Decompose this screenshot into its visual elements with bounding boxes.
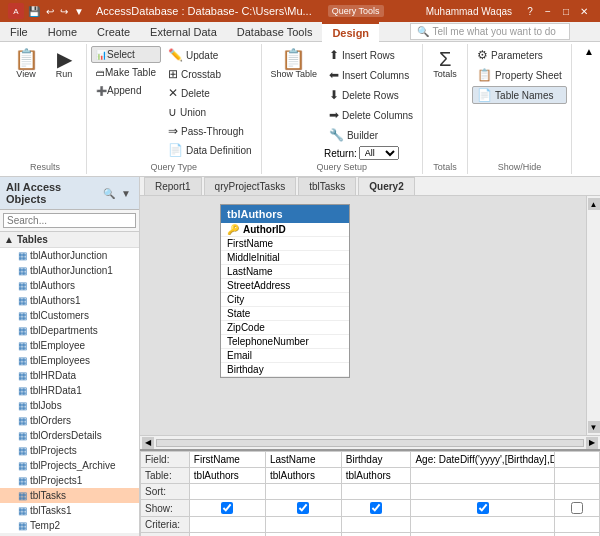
maximize-button[interactable]: □ bbox=[558, 3, 574, 19]
show-table-button[interactable]: 📋 Show Table bbox=[266, 46, 322, 82]
query-tab-0[interactable]: Report1 bbox=[144, 177, 202, 195]
table-item-12[interactable]: ▦tblOrdersDetails bbox=[0, 428, 139, 443]
table-item-4[interactable]: ▦tblCustomers bbox=[0, 308, 139, 323]
help-button[interactable]: ? bbox=[522, 3, 538, 19]
table-item-10[interactable]: ▦tblJobs bbox=[0, 398, 139, 413]
insert-rows-button[interactable]: ⬆ Insert Rows bbox=[324, 46, 418, 64]
table-item-11[interactable]: ▦tblOrders bbox=[0, 413, 139, 428]
tab-create[interactable]: Create bbox=[87, 22, 140, 41]
grid-col0-show[interactable] bbox=[189, 500, 265, 517]
panel-options-toggle[interactable]: ▼ bbox=[119, 188, 133, 199]
show-check-1[interactable] bbox=[297, 502, 309, 514]
tab-file[interactable]: File bbox=[0, 22, 38, 41]
grid-col3-table[interactable] bbox=[411, 468, 555, 484]
grid-col0-table[interactable]: tblAuthors bbox=[189, 468, 265, 484]
insert-cols-button[interactable]: ⬅ Insert Columns bbox=[324, 66, 418, 84]
query-tab-2[interactable]: tblTasks bbox=[298, 177, 356, 195]
grid-col4-show[interactable] bbox=[555, 500, 600, 517]
delete-cols-button[interactable]: ➡ Delete Columns bbox=[324, 106, 418, 124]
tab-external-data[interactable]: External Data bbox=[140, 22, 227, 41]
query-tab-3[interactable]: Query2 bbox=[358, 177, 414, 195]
minimize-button[interactable]: − bbox=[540, 3, 556, 19]
tab-home[interactable]: Home bbox=[38, 22, 87, 41]
grid-col3-sort[interactable] bbox=[411, 484, 555, 500]
table-names-button[interactable]: 📄 Table Names bbox=[472, 86, 567, 104]
grid-col1-sort[interactable] bbox=[265, 484, 341, 500]
query-tab-1[interactable]: qryProjectTasks bbox=[204, 177, 297, 195]
data-def-button[interactable]: 📄 Data Definition bbox=[163, 141, 257, 159]
pass-through-button[interactable]: ⇒ Pass-Through bbox=[163, 122, 257, 140]
diagram-hscroll[interactable]: ◀ ▶ bbox=[140, 435, 600, 449]
grid-col1-show[interactable] bbox=[265, 500, 341, 517]
grid-col4-table[interactable] bbox=[555, 468, 600, 484]
show-check-0[interactable] bbox=[221, 502, 233, 514]
grid-col2-or[interactable] bbox=[341, 533, 411, 537]
table-item-7[interactable]: ▦tblEmployees bbox=[0, 353, 139, 368]
quick-access-save[interactable]: 💾 bbox=[28, 6, 40, 17]
grid-col2-field[interactable]: Birthday bbox=[341, 452, 411, 468]
table-item-5[interactable]: ▦tblDepartments bbox=[0, 323, 139, 338]
table-item-6[interactable]: ▦tblEmployee bbox=[0, 338, 139, 353]
update-button[interactable]: ✏️ Update bbox=[163, 46, 257, 64]
crosstab-button[interactable]: ⊞ Crosstab bbox=[163, 65, 257, 83]
tab-design[interactable]: Design bbox=[322, 22, 379, 42]
grid-col4-or[interactable] bbox=[555, 533, 600, 537]
grid-col3-criteria[interactable] bbox=[411, 517, 555, 533]
table-item-15[interactable]: ▦tblProjects1 bbox=[0, 473, 139, 488]
grid-col3-field[interactable]: Age: DateDiff('yyyy',[Birthday],Date()) bbox=[411, 452, 555, 468]
show-check-4[interactable] bbox=[571, 502, 583, 514]
union-button[interactable]: ∪ Union bbox=[163, 103, 257, 121]
table-item-17[interactable]: ▦tblTasks1 bbox=[0, 503, 139, 518]
grid-col0-sort[interactable] bbox=[189, 484, 265, 500]
delete-button[interactable]: ✕ Delete bbox=[163, 84, 257, 102]
ribbon-collapse-button[interactable]: ▲ bbox=[582, 44, 596, 59]
grid-col4-sort[interactable] bbox=[555, 484, 600, 500]
grid-col2-sort[interactable] bbox=[341, 484, 411, 500]
diagram-inner[interactable]: tblAuthors 🔑 AuthorID FirstName MiddleIn… bbox=[140, 196, 586, 435]
tables-section-header[interactable]: ▲ Tables bbox=[0, 232, 139, 248]
vscroll-up[interactable]: ▲ bbox=[588, 198, 600, 210]
vscroll-down[interactable]: ▼ bbox=[588, 421, 600, 433]
hscroll-right[interactable]: ▶ bbox=[586, 437, 598, 449]
property-sheet-button[interactable]: 📋 Property Sheet bbox=[472, 66, 567, 84]
table-item-1[interactable]: ▦tblAuthorJunction1 bbox=[0, 263, 139, 278]
delete-rows-button[interactable]: ⬇ Delete Rows bbox=[324, 86, 418, 104]
table-item-16[interactable]: ▦tblTasks bbox=[0, 488, 139, 503]
grid-col4-field[interactable] bbox=[555, 452, 600, 468]
panel-search-toggle[interactable]: 🔍 bbox=[101, 188, 117, 199]
builder-button[interactable]: 🔧 Builder bbox=[324, 126, 418, 144]
return-select[interactable]: All bbox=[359, 146, 399, 160]
grid-col3-show[interactable] bbox=[411, 500, 555, 517]
table-item-9[interactable]: ▦tblHRData1 bbox=[0, 383, 139, 398]
table-item-14[interactable]: ▦tblProjects_Archive bbox=[0, 458, 139, 473]
tab-database-tools[interactable]: Database Tools bbox=[227, 22, 323, 41]
grid-col0-field[interactable]: FirstName bbox=[189, 452, 265, 468]
quick-access-undo[interactable]: ↩ bbox=[46, 6, 54, 17]
table-item-3[interactable]: ▦tblAuthors1 bbox=[0, 293, 139, 308]
quick-access-redo[interactable]: ↪ bbox=[60, 6, 68, 17]
hscroll-left[interactable]: ◀ bbox=[142, 437, 154, 449]
grid-col2-criteria[interactable] bbox=[341, 517, 411, 533]
diagram-vscroll[interactable]: ▲ ▼ bbox=[586, 196, 600, 435]
totals-button[interactable]: Σ Totals bbox=[427, 46, 463, 82]
make-table-button[interactable]: 🗃 Make Table bbox=[91, 64, 161, 81]
grid-col1-table[interactable]: tblAuthors bbox=[265, 468, 341, 484]
select-button[interactable]: 📊 Select bbox=[91, 46, 161, 63]
quick-access-more[interactable]: ▼ bbox=[74, 6, 84, 17]
grid-col1-or[interactable] bbox=[265, 533, 341, 537]
append-button[interactable]: ➕ Append bbox=[91, 82, 161, 99]
close-button[interactable]: ✕ bbox=[576, 3, 592, 19]
table-item-13[interactable]: ▦tblProjects bbox=[0, 443, 139, 458]
tell-me-box[interactable]: 🔍 Tell me what you want to do bbox=[410, 23, 570, 40]
grid-col3-or[interactable] bbox=[411, 533, 555, 537]
grid-col4-criteria[interactable] bbox=[555, 517, 600, 533]
grid-col2-show[interactable] bbox=[341, 500, 411, 517]
table-item-8[interactable]: ▦tblHRData bbox=[0, 368, 139, 383]
grid-col2-table[interactable]: tblAuthors bbox=[341, 468, 411, 484]
grid-col0-or[interactable] bbox=[189, 533, 265, 537]
table-item-0[interactable]: ▦tblAuthorJunction bbox=[0, 248, 139, 263]
run-button[interactable]: ▶ Run bbox=[46, 46, 82, 82]
view-button[interactable]: 📋 View bbox=[8, 46, 44, 82]
panel-search-input[interactable] bbox=[3, 213, 136, 228]
grid-col1-criteria[interactable] bbox=[265, 517, 341, 533]
